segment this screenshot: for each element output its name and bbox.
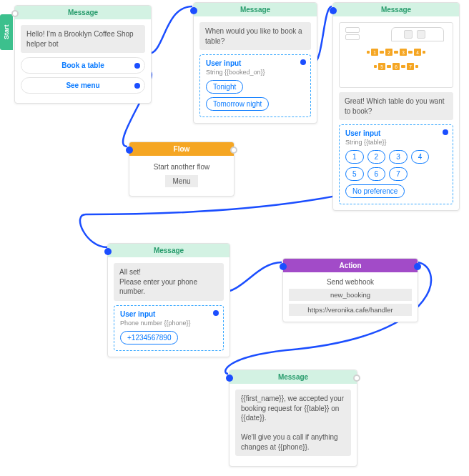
quick-reply-label: See menu (66, 81, 99, 89)
node-message-confirmation[interactable]: Message {{first_name}}, we accepted your… (229, 370, 357, 467)
action-row-name: new_booking (289, 289, 412, 301)
user-input-subtitle: String {{booked_on}} (206, 69, 305, 76)
chip-5[interactable]: 5 (345, 167, 364, 181)
node-flow-menu[interactable]: Flow Start another flow Menu (129, 142, 234, 197)
port-in[interactable] (126, 147, 133, 154)
quick-reply-book-table[interactable]: Book a table (21, 57, 145, 74)
port-in[interactable] (280, 263, 287, 270)
floor-table: 5 (378, 63, 385, 70)
user-input-title: User input (345, 129, 447, 137)
node-action-webhook[interactable]: Action Send webhook new_booking https://… (282, 258, 418, 322)
start-tab: Start (0, 14, 13, 50)
quick-reply-see-menu[interactable]: See menu (21, 77, 145, 94)
chip-2[interactable]: 2 (367, 150, 386, 164)
floor-table: 6 (393, 63, 400, 70)
node-header: Action (283, 259, 418, 272)
floor-table: 2 (385, 49, 393, 56)
node-header: Flow (129, 142, 234, 156)
floorplan: 1 2 3 4 5 6 7 (339, 22, 453, 88)
message-text: {{first_name}}, we accepted your booking… (235, 390, 351, 456)
floor-table: 7 (407, 63, 414, 70)
chip-tomorrow-night[interactable]: Tomorrow night (206, 97, 269, 111)
chip-3[interactable]: 3 (389, 150, 408, 164)
port-in[interactable] (226, 375, 233, 382)
port-out[interactable] (134, 83, 140, 89)
user-input-subtitle: Phone number {{phone}} (120, 319, 217, 327)
port-out[interactable] (230, 147, 237, 154)
action-text: Send webhook (289, 278, 412, 286)
chip-no-preference[interactable]: No preference (345, 184, 405, 198)
user-input-subtitle: String {{table}} (345, 139, 447, 146)
user-input-title: User input (206, 59, 305, 67)
node-message-when[interactable]: Message When would you like to book a ta… (193, 2, 317, 124)
port-in[interactable] (11, 10, 19, 17)
floor-table: 4 (414, 49, 421, 56)
message-text: Great! Which table do you want to book? (339, 92, 453, 120)
node-header: Message (194, 3, 317, 16)
port-in[interactable] (104, 248, 112, 255)
node-header: Message (333, 3, 459, 16)
chip-example-phone[interactable]: +1234567890 (120, 331, 178, 344)
message-text: When would you like to book a table? (199, 22, 311, 50)
user-input-block[interactable]: User input String {{table}} 1 2 3 4 5 6 … (339, 124, 453, 204)
node-message-which-table[interactable]: Message 1 2 3 4 5 6 7 Great! Which ta (332, 2, 460, 211)
port-out[interactable] (134, 63, 140, 69)
node-message-phone[interactable]: Message All set! Please enter your phone… (107, 243, 230, 357)
node-header: Message (15, 6, 151, 19)
floor-table: 3 (400, 49, 407, 56)
port-out[interactable] (443, 129, 448, 135)
port-in[interactable] (330, 7, 337, 14)
port-out[interactable] (300, 59, 306, 65)
user-input-title: User input (120, 310, 217, 318)
node-header: Message (229, 370, 357, 384)
node-message-welcome[interactable]: Message Hello! I'm a Brooklyn Coffee Sho… (14, 5, 152, 104)
node-header: Message (108, 244, 229, 257)
floor-table: 1 (371, 49, 378, 56)
flow-tag: Menu (165, 175, 197, 187)
user-input-block[interactable]: User input Phone number {{phone}} +12345… (114, 305, 224, 351)
user-input-block[interactable]: User input String {{booked_on}} Tonight … (199, 54, 311, 117)
message-text: Hello! I'm a Brooklyn Coffee Shop helper… (21, 25, 145, 53)
port-out[interactable] (414, 263, 421, 270)
message-text: All set! Please enter your phone number. (114, 263, 224, 301)
chip-7[interactable]: 7 (389, 167, 408, 181)
chip-tonight[interactable]: Tonight (206, 80, 243, 94)
chip-1[interactable]: 1 (345, 150, 364, 164)
quick-reply-label: Book a table (61, 61, 104, 69)
chip-6[interactable]: 6 (367, 167, 386, 181)
port-in[interactable] (190, 7, 197, 14)
port-out[interactable] (213, 310, 219, 316)
chip-4[interactable]: 4 (411, 150, 430, 164)
action-row-url: https://veronika.cafe/handler (289, 304, 412, 316)
port-out[interactable] (353, 375, 360, 382)
flow-text: Start another flow (135, 163, 228, 171)
